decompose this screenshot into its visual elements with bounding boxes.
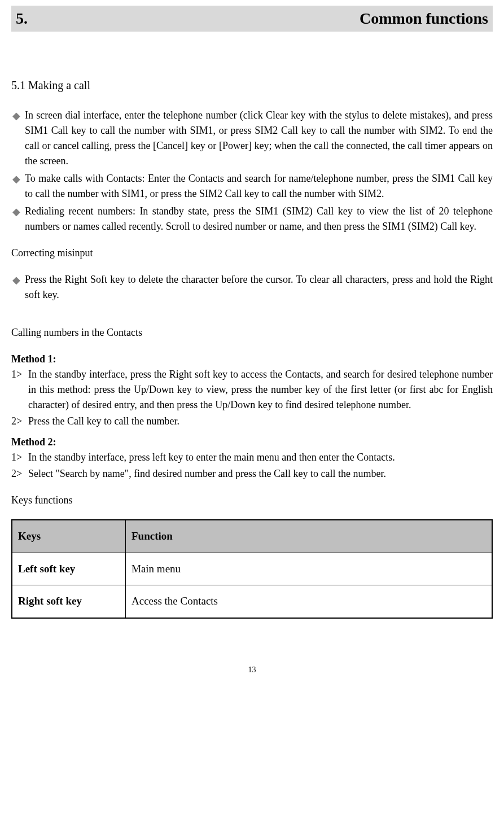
- step-text: In the standby interface, press left key…: [28, 450, 493, 465]
- step-number: 1>: [11, 450, 28, 465]
- table-header-function: Function: [126, 520, 493, 553]
- table-cell-function: Main menu: [126, 553, 493, 585]
- method1-step-2: 2> Press the Call key to call the number…: [11, 414, 493, 429]
- method-1-label: Method 1:: [11, 352, 493, 367]
- step-text: Select "Search by name", find desired nu…: [28, 466, 493, 481]
- list-item: ◆ To make calls with Contacts: Enter the…: [11, 171, 493, 202]
- step-number: 2>: [11, 414, 28, 429]
- diamond-icon: ◆: [12, 108, 20, 124]
- list-item: ◆ Press the Right Soft key to delete the…: [11, 272, 493, 303]
- table-cell-key: Right soft key: [12, 585, 126, 618]
- method2-step-2: 2> Select "Search by name", find desired…: [11, 466, 493, 481]
- step-text: In the standby interface, press the Righ…: [28, 367, 493, 413]
- diamond-icon: ◆: [12, 204, 20, 220]
- chapter-title: Common functions: [360, 7, 488, 30]
- step-number: 1>: [11, 367, 28, 382]
- bullet-list-correcting: ◆ Press the Right Soft key to delete the…: [11, 272, 493, 303]
- diamond-icon: ◆: [12, 272, 20, 288]
- diamond-icon: ◆: [12, 171, 20, 187]
- step-text: Press the Call key to call the number.: [28, 414, 493, 429]
- subheading-keys-functions: Keys functions: [11, 493, 493, 508]
- table-cell-key: Left soft key: [12, 553, 126, 585]
- table-cell-function: Access the Contacts: [126, 585, 493, 618]
- method-2-label: Method 2:: [11, 435, 493, 450]
- chapter-header: 5. Common functions: [11, 6, 493, 32]
- bullet-text: To make calls with Contacts: Enter the C…: [25, 171, 493, 202]
- step-number: 2>: [11, 466, 28, 481]
- section-heading-making-call: 5.1 Making a call: [11, 77, 493, 94]
- subheading-correcting-misinput: Correcting misinput: [11, 246, 493, 261]
- method2-step-1: 1> In the standby interface, press left …: [11, 450, 493, 465]
- bullet-text: In screen dial interface, enter the tele…: [25, 108, 493, 169]
- chapter-number: 5.: [16, 7, 28, 30]
- bullet-text: Press the Right Soft key to delete the c…: [25, 272, 493, 303]
- table-header-keys: Keys: [12, 520, 126, 553]
- list-item: ◆ In screen dial interface, enter the te…: [11, 108, 493, 169]
- table-row: Left soft key Main menu: [12, 553, 492, 585]
- subheading-calling-contacts: Calling numbers in the Contacts: [11, 325, 493, 340]
- bullet-list-making-call: ◆ In screen dial interface, enter the te…: [11, 108, 493, 234]
- keys-functions-table: Keys Function Left soft key Main menu Ri…: [11, 519, 493, 619]
- page-number: 13: [11, 664, 493, 676]
- table-header-row: Keys Function: [12, 520, 492, 553]
- method1-step-1: 1> In the standby interface, press the R…: [11, 367, 493, 413]
- list-item: ◆ Redialing recent numbers: In standby s…: [11, 204, 493, 234]
- table-row: Right soft key Access the Contacts: [12, 585, 492, 618]
- bullet-text: Redialing recent numbers: In standby sta…: [25, 204, 493, 234]
